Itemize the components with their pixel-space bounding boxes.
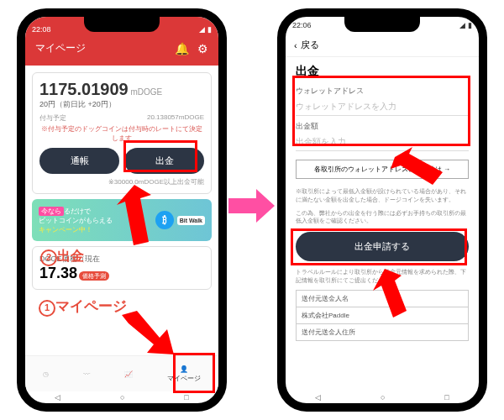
page-title: マイページ bbox=[35, 41, 86, 55]
status-icons: ◢ ▮ bbox=[459, 21, 472, 29]
balance-unit: mDOGE bbox=[130, 87, 162, 97]
passbook-button[interactable]: 通帳 bbox=[39, 148, 119, 174]
android-nav: ◁○□ bbox=[25, 391, 218, 403]
price-value: 17.38 bbox=[39, 265, 77, 281]
nav-item-2[interactable]: 〰 bbox=[83, 370, 90, 378]
time: 22:08 bbox=[32, 25, 51, 34]
time: 22:06 bbox=[292, 21, 312, 29]
bell-icon[interactable]: 🔔 bbox=[175, 42, 189, 55]
highlight-submit bbox=[291, 228, 467, 265]
home-icon[interactable]: ○ bbox=[381, 393, 385, 402]
yen-value: 20円（前日比 +20円） bbox=[39, 99, 204, 110]
back-label: 戻る bbox=[301, 39, 319, 51]
topbar: マイページ 🔔 ⚙ bbox=[25, 38, 218, 59]
recent-icon[interactable]: □ bbox=[184, 393, 188, 402]
balance-value: 1175.01909 bbox=[39, 80, 129, 98]
note-2: この為、弊社からの出金を行う際には必ずお手持ちの取引所の最低入金額をご確認くださ… bbox=[296, 209, 469, 226]
bitcoin-icon: ₿ bbox=[155, 211, 174, 229]
balance-card: 1175.01909 mDOGE 20円（前日比 +20円） 付与予定 20.1… bbox=[32, 72, 212, 194]
svg-marker-0 bbox=[117, 185, 151, 245]
nav-item-1[interactable]: ◷ bbox=[43, 370, 49, 378]
nav-item-3[interactable]: 📈 bbox=[124, 370, 133, 378]
highlight-withdraw bbox=[123, 140, 197, 172]
svg-marker-1 bbox=[122, 311, 174, 354]
highlight-form bbox=[292, 76, 470, 146]
chevron-left-icon: ‹ bbox=[294, 40, 297, 50]
android-nav: ◁○□ bbox=[286, 391, 479, 403]
table-row: 送付元送金人住所 bbox=[297, 324, 468, 340]
banner-lead: 今なら bbox=[39, 207, 64, 216]
phone-left: 22:08 ◢ ▮ マイページ 🔔 ⚙ 1175.01909 mDOGE 20円… bbox=[17, 8, 227, 412]
home-icon[interactable]: ○ bbox=[120, 393, 124, 402]
overlay-1-mypage: 1マイページ bbox=[39, 297, 127, 317]
red-arrow-to-submit bbox=[370, 269, 416, 319]
svg-marker-3 bbox=[373, 269, 407, 318]
gear-icon[interactable]: ⚙ bbox=[197, 42, 208, 55]
price-badge: 価格予測 bbox=[79, 271, 109, 281]
phone-right: 22:06 ◢ ▮ ‹ 戻る 出金 ウォレットアドレス ウォレットアドレスを入力… bbox=[277, 8, 487, 412]
transition-arrow bbox=[228, 189, 275, 223]
notch bbox=[84, 17, 160, 32]
red-arrow-to-withdraw bbox=[105, 185, 155, 248]
grant-value: 20.138057mDOGE bbox=[147, 113, 204, 123]
svg-marker-2 bbox=[391, 147, 443, 185]
back-icon[interactable]: ◁ bbox=[55, 393, 60, 402]
notch bbox=[344, 17, 420, 32]
back-header[interactable]: ‹ 戻る bbox=[286, 34, 479, 57]
back-icon[interactable]: ◁ bbox=[315, 393, 321, 402]
overlay-2-withdraw: 2出金 bbox=[40, 248, 84, 266]
bitwalk-badge: Bit Walk bbox=[177, 216, 205, 225]
recent-icon[interactable]: □ bbox=[444, 393, 449, 402]
red-arrow-to-nav bbox=[122, 311, 185, 361]
grant-label: 付与予定 bbox=[39, 113, 66, 123]
status-icons: ◢ ▮ bbox=[199, 25, 212, 34]
red-arrow-to-amount bbox=[391, 147, 449, 193]
